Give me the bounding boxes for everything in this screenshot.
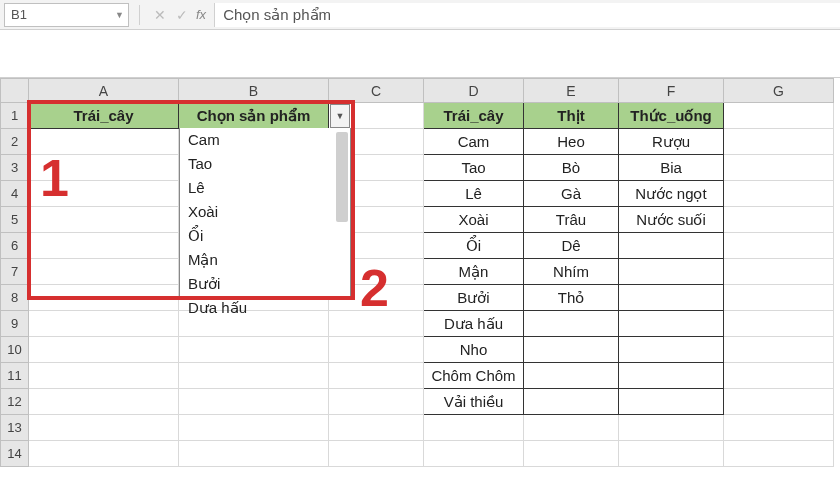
cell-F6[interactable] xyxy=(619,233,724,259)
validation-dropdown[interactable]: Cam Tao Lê Xoài Ổi Mận Bưởi Dưa hấu xyxy=(179,128,351,298)
col-header-B[interactable]: B xyxy=(179,79,329,103)
dropdown-option[interactable]: Bưởi xyxy=(180,272,350,296)
cell-C12[interactable] xyxy=(329,389,424,415)
cell-E9[interactable] xyxy=(524,311,619,337)
col-header-A[interactable]: A xyxy=(29,79,179,103)
dropdown-option[interactable]: Ổi xyxy=(180,224,350,248)
cell-E1[interactable]: Thịt xyxy=(524,103,619,129)
cell-B12[interactable] xyxy=(179,389,329,415)
cell-F10[interactable] xyxy=(619,337,724,363)
cell-A5[interactable] xyxy=(29,207,179,233)
cell-F11[interactable] xyxy=(619,363,724,389)
cell-F12[interactable] xyxy=(619,389,724,415)
cell-D6[interactable]: Ổi xyxy=(424,233,524,259)
row-header-2[interactable]: 2 xyxy=(1,129,29,155)
name-box[interactable]: B1 ▼ xyxy=(4,3,129,27)
row-header-6[interactable]: 6 xyxy=(1,233,29,259)
cell-F5[interactable]: Nước suối xyxy=(619,207,724,233)
cancel-icon[interactable]: ✕ xyxy=(154,7,166,23)
row-header-11[interactable]: 11 xyxy=(1,363,29,389)
cell-G13[interactable] xyxy=(724,415,834,441)
cell-E11[interactable] xyxy=(524,363,619,389)
cell-D9[interactable]: Dưa hấu xyxy=(424,311,524,337)
cell-E7[interactable]: Nhím xyxy=(524,259,619,285)
cell-E4[interactable]: Gà xyxy=(524,181,619,207)
cell-D14[interactable] xyxy=(424,441,524,467)
cell-E6[interactable]: Dê xyxy=(524,233,619,259)
cell-G8[interactable] xyxy=(724,285,834,311)
cell-G6[interactable] xyxy=(724,233,834,259)
cell-E10[interactable] xyxy=(524,337,619,363)
cell-D13[interactable] xyxy=(424,415,524,441)
cell-C14[interactable] xyxy=(329,441,424,467)
cell-F14[interactable] xyxy=(619,441,724,467)
row-header-5[interactable]: 5 xyxy=(1,207,29,233)
cell-E5[interactable]: Trâu xyxy=(524,207,619,233)
row-header-7[interactable]: 7 xyxy=(1,259,29,285)
cell-A7[interactable] xyxy=(29,259,179,285)
row-header-4[interactable]: 4 xyxy=(1,181,29,207)
row-header-14[interactable]: 14 xyxy=(1,441,29,467)
cell-D10[interactable]: Nho xyxy=(424,337,524,363)
cell-A6[interactable] xyxy=(29,233,179,259)
formula-input[interactable] xyxy=(214,3,840,27)
spreadsheet-grid[interactable]: A B C D E F G 1 Trái_cây Chọn sản phẩm T… xyxy=(0,78,840,467)
cell-E13[interactable] xyxy=(524,415,619,441)
col-header-D[interactable]: D xyxy=(424,79,524,103)
cell-B14[interactable] xyxy=(179,441,329,467)
cell-F7[interactable] xyxy=(619,259,724,285)
cell-A10[interactable] xyxy=(29,337,179,363)
dropdown-option[interactable]: Mận xyxy=(180,248,350,272)
col-header-C[interactable]: C xyxy=(329,79,424,103)
dropdown-toggle-B1[interactable]: ▼ xyxy=(330,104,350,128)
cell-A13[interactable] xyxy=(29,415,179,441)
cell-A3[interactable] xyxy=(29,155,179,181)
cell-G14[interactable] xyxy=(724,441,834,467)
cell-E2[interactable]: Heo xyxy=(524,129,619,155)
row-header-9[interactable]: 9 xyxy=(1,311,29,337)
cell-D4[interactable]: Lê xyxy=(424,181,524,207)
cell-F3[interactable]: Bia xyxy=(619,155,724,181)
cell-G9[interactable] xyxy=(724,311,834,337)
dropdown-option[interactable]: Lê xyxy=(180,176,350,200)
cell-E12[interactable] xyxy=(524,389,619,415)
cell-A8[interactable] xyxy=(29,285,179,311)
select-all-corner[interactable] xyxy=(1,79,29,103)
cell-G2[interactable] xyxy=(724,129,834,155)
cell-B10[interactable] xyxy=(179,337,329,363)
cell-F9[interactable] xyxy=(619,311,724,337)
cell-B1[interactable]: Chọn sản phẩm xyxy=(179,103,329,129)
cell-E3[interactable]: Bò xyxy=(524,155,619,181)
cell-G12[interactable] xyxy=(724,389,834,415)
col-header-F[interactable]: F xyxy=(619,79,724,103)
cell-F13[interactable] xyxy=(619,415,724,441)
cell-A9[interactable] xyxy=(29,311,179,337)
cell-A4[interactable] xyxy=(29,181,179,207)
dropdown-option[interactable]: Xoài xyxy=(180,200,350,224)
cell-G5[interactable] xyxy=(724,207,834,233)
cell-D2[interactable]: Cam xyxy=(424,129,524,155)
row-header-13[interactable]: 13 xyxy=(1,415,29,441)
cell-F1[interactable]: Thức_uống xyxy=(619,103,724,129)
dropdown-option[interactable]: Tao xyxy=(180,152,350,176)
confirm-icon[interactable]: ✓ xyxy=(176,7,188,23)
cell-A12[interactable] xyxy=(29,389,179,415)
cell-A11[interactable] xyxy=(29,363,179,389)
row-header-3[interactable]: 3 xyxy=(1,155,29,181)
scrollbar-thumb[interactable] xyxy=(336,132,348,222)
cell-F4[interactable]: Nước ngọt xyxy=(619,181,724,207)
col-header-G[interactable]: G xyxy=(724,79,834,103)
cell-D3[interactable]: Tao xyxy=(424,155,524,181)
cell-D8[interactable]: Bưởi xyxy=(424,285,524,311)
cell-B11[interactable] xyxy=(179,363,329,389)
dropdown-option[interactable]: Cam xyxy=(180,128,350,152)
chevron-down-icon[interactable]: ▼ xyxy=(115,10,124,20)
cell-E8[interactable]: Thỏ xyxy=(524,285,619,311)
cell-G10[interactable] xyxy=(724,337,834,363)
cell-A1[interactable]: Trái_cây xyxy=(29,103,179,129)
cell-G4[interactable] xyxy=(724,181,834,207)
cell-D11[interactable]: Chôm Chôm xyxy=(424,363,524,389)
cell-D1[interactable]: Trái_cây xyxy=(424,103,524,129)
cell-C13[interactable] xyxy=(329,415,424,441)
row-header-12[interactable]: 12 xyxy=(1,389,29,415)
